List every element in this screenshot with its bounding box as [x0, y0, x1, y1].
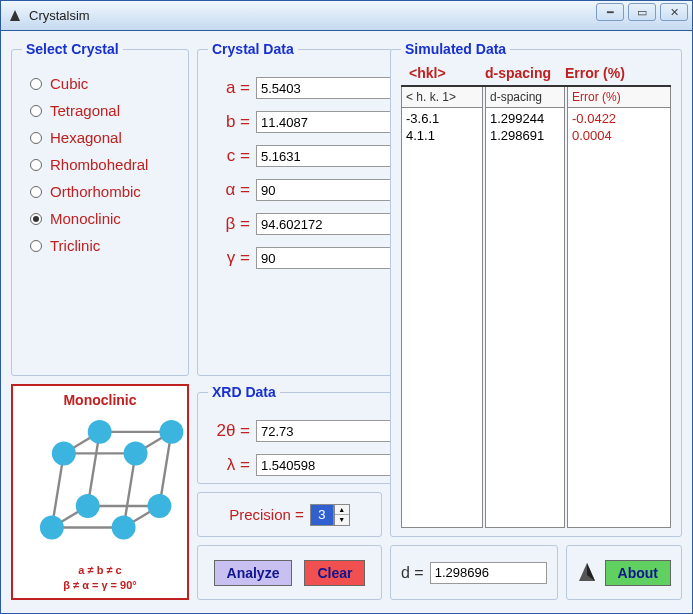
table-cell: -0.0422 — [572, 111, 666, 128]
svg-point-21 — [160, 420, 184, 444]
radio-icon[interactable] — [30, 132, 42, 144]
diagram-name: Monoclinic — [63, 392, 136, 408]
crystal-option-rhombohedral[interactable]: Rhombohedral — [30, 156, 170, 173]
diagram-formula-2: β ≠ α = γ = 90° — [63, 578, 136, 592]
radio-icon[interactable] — [30, 240, 42, 252]
diagram-formula-1: a ≠ b ≠ c — [63, 563, 136, 577]
option-label: Triclinic — [50, 237, 100, 254]
about-group: About — [566, 545, 682, 600]
radio-icon[interactable] — [30, 105, 42, 117]
svg-point-20 — [124, 441, 148, 465]
c-label: c = — [208, 146, 256, 166]
option-label: Rhombohedral — [50, 156, 148, 173]
sim-header-hkl: <hkl> — [403, 65, 485, 81]
clear-button[interactable]: Clear — [304, 560, 365, 586]
sim-header-dspacing: d-spacing — [485, 65, 565, 81]
table-cell: 0.0004 — [572, 128, 666, 145]
option-label: Hexagonal — [50, 129, 122, 146]
window-title: Crystalsim — [29, 8, 686, 23]
sim-legend: Simulated Data — [401, 41, 510, 57]
svg-point-18 — [76, 494, 100, 518]
b-label: b = — [208, 112, 256, 132]
crystal-option-triclinic[interactable]: Triclinic — [30, 237, 170, 254]
simulated-data-group: Simulated Data <hkl> d-spacing Error (%)… — [390, 41, 682, 537]
option-label: Tetragonal — [50, 102, 120, 119]
crystal-option-cubic[interactable]: Cubic — [30, 75, 170, 92]
minimize-button[interactable]: ━ — [596, 3, 624, 21]
svg-point-22 — [88, 420, 112, 444]
d-result-group: d = — [390, 545, 558, 600]
precision-down-icon[interactable]: ▼ — [335, 515, 349, 525]
maximize-button[interactable]: ▭ — [628, 3, 656, 21]
radio-icon[interactable] — [30, 213, 42, 225]
radio-icon[interactable] — [30, 159, 42, 171]
precision-group: Precision = 3 ▲ ▼ — [197, 492, 382, 537]
svg-marker-0 — [10, 10, 20, 21]
xrd-legend: XRD Data — [208, 384, 280, 400]
sim-col-error: Error (%) -0.04220.0004 — [567, 87, 671, 528]
sim-col-hkl: < h. k. 1> -3.6.14.1.1 — [401, 87, 483, 528]
radio-icon[interactable] — [30, 78, 42, 90]
crystal-diagram: Monoclinic a ≠ b ≠ c β ≠ α = γ = 90° — [11, 384, 189, 600]
svg-point-17 — [148, 494, 172, 518]
table-cell: 4.1.1 — [406, 128, 478, 145]
precision-label: Precision = — [229, 506, 304, 523]
sim-colhead-error: Error (%) — [568, 87, 670, 108]
tetrahedron-icon — [577, 561, 597, 585]
select-crystal-group: Select Crystal CubicTetragonalHexagonalR… — [11, 41, 189, 376]
alpha-label: α = — [208, 180, 256, 200]
crystal-option-tetragonal[interactable]: Tetragonal — [30, 102, 170, 119]
gamma-label: γ = — [208, 248, 256, 268]
select-crystal-legend: Select Crystal — [22, 41, 123, 57]
a-label: a = — [208, 78, 256, 98]
analyze-button[interactable]: Analyze — [214, 560, 293, 586]
option-label: Orthorhombic — [50, 183, 141, 200]
close-button[interactable]: ✕ — [660, 3, 688, 21]
sim-col-dspacing: d-spacing 1.2992441.298691 — [485, 87, 565, 528]
sim-header-error: Error (%) — [565, 65, 669, 81]
d-label: d = — [401, 564, 424, 582]
crystal-option-orthorhombic[interactable]: Orthorhombic — [30, 183, 170, 200]
crystal-option-monoclinic[interactable]: Monoclinic — [30, 210, 170, 227]
titlebar: Crystalsim ━ ▭ ✕ — [0, 0, 693, 30]
crystal-option-hexagonal[interactable]: Hexagonal — [30, 129, 170, 146]
about-button[interactable]: About — [605, 560, 671, 586]
monoclinic-lattice-icon — [16, 408, 183, 563]
svg-point-19 — [52, 441, 76, 465]
table-cell: -3.6.1 — [406, 111, 478, 128]
crystal-data-legend: Crystal Data — [208, 41, 298, 57]
precision-value[interactable]: 3 — [310, 504, 334, 526]
table-cell: 1.299244 — [490, 111, 560, 128]
radio-icon[interactable] — [30, 186, 42, 198]
table-cell: 1.298691 — [490, 128, 560, 145]
sim-colhead-hkl: < h. k. 1> — [402, 87, 482, 108]
option-label: Monoclinic — [50, 210, 121, 227]
d-output[interactable] — [430, 562, 547, 584]
beta-label: β = — [208, 214, 256, 234]
option-label: Cubic — [50, 75, 88, 92]
svg-point-15 — [40, 516, 64, 540]
twotheta-label: 2θ = — [208, 421, 256, 441]
precision-up-icon[interactable]: ▲ — [335, 505, 349, 515]
sim-colhead-dspacing: d-spacing — [486, 87, 564, 108]
lambda-label: λ = — [208, 455, 256, 475]
svg-point-16 — [112, 516, 136, 540]
action-buttons: Analyze Clear — [197, 545, 382, 600]
app-icon — [7, 8, 23, 24]
